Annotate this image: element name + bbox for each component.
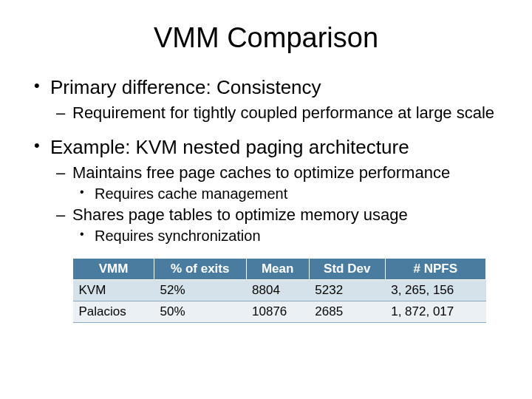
list-item: Requires synchronization — [72, 228, 502, 245]
list-item: Requirement for tightly coupled performa… — [50, 103, 502, 123]
table-cell: 3, 265, 156 — [385, 280, 485, 301]
table-cell: KVM — [73, 280, 154, 301]
comparison-table: VMM % of exits Mean Std Dev # NPFS KVM 5… — [72, 258, 486, 323]
slide-title: VMM Comparison — [30, 22, 502, 54]
table-header: Std Dev — [309, 259, 385, 280]
table-cell: 2685 — [309, 301, 385, 323]
table-cell: 52% — [154, 280, 247, 301]
table-header: % of exits — [154, 259, 247, 280]
bullet-text: Maintains free page caches to optimize p… — [72, 163, 450, 182]
table-header: VMM — [73, 259, 154, 280]
bullet-text: Example: KVM nested paging architecture — [50, 136, 409, 158]
list-item: Shares page tables to optimize memory us… — [50, 205, 502, 245]
bullet-text: Requirement for tightly coupled performa… — [72, 103, 494, 122]
table-cell: 5232 — [309, 280, 385, 301]
table-row: Palacios 50% 10876 2685 1, 872, 017 — [73, 301, 486, 323]
bullet-list: Primary difference: Consistency Requirem… — [30, 76, 502, 245]
list-item: Requires cache management — [72, 185, 502, 202]
bullet-text: Primary difference: Consistency — [50, 76, 321, 98]
table-cell: Palacios — [73, 301, 154, 323]
table-header: # NPFS — [385, 259, 485, 280]
list-item: Primary difference: Consistency Requirem… — [30, 76, 502, 123]
bullet-text: Shares page tables to optimize memory us… — [72, 205, 408, 224]
table-row: KVM 52% 8804 5232 3, 265, 156 — [73, 280, 486, 301]
list-item: Maintains free page caches to optimize p… — [50, 163, 502, 202]
bullet-text: Requires synchronization — [95, 228, 261, 244]
table-cell: 1, 872, 017 — [385, 301, 485, 323]
list-item: Example: KVM nested paging architecture … — [30, 136, 502, 245]
bullet-text: Requires cache management — [95, 185, 287, 202]
table-cell: 8804 — [246, 280, 309, 301]
table-cell: 10876 — [246, 301, 309, 323]
table-cell: 50% — [154, 301, 247, 323]
table-header: Mean — [246, 259, 309, 280]
